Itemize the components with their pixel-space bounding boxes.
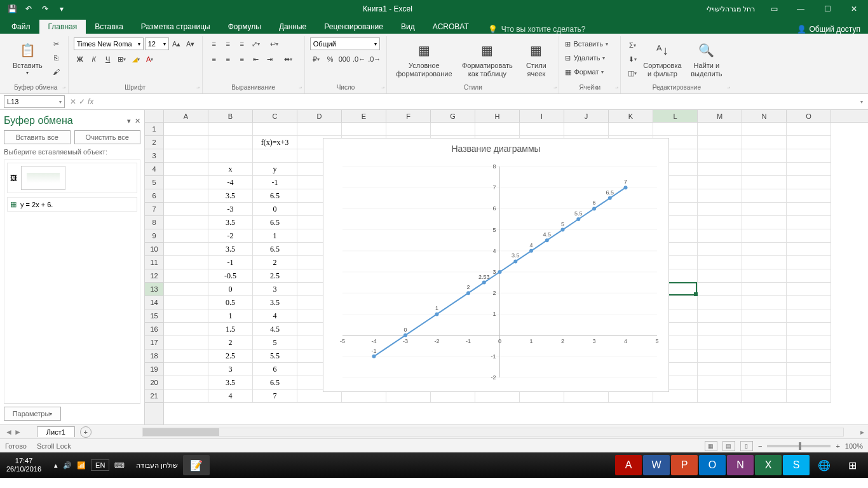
row-header[interactable]: 1 — [145, 123, 163, 136]
cell[interactable] — [742, 336, 787, 349]
cell[interactable] — [208, 149, 253, 163]
column-header[interactable]: E — [342, 110, 386, 122]
cell[interactable] — [787, 203, 831, 216]
cell[interactable] — [431, 123, 475, 136]
decrease-decimal-icon[interactable]: .0→ — [367, 53, 381, 65]
cell[interactable] — [742, 309, 787, 323]
cell[interactable] — [164, 123, 208, 136]
bold-icon[interactable]: Ж — [74, 53, 86, 65]
column-header[interactable]: H — [475, 110, 520, 122]
cell[interactable] — [698, 243, 742, 256]
cell[interactable] — [208, 136, 253, 149]
minimize-icon[interactable]: — — [788, 0, 813, 18]
normal-view-icon[interactable]: ▦ — [705, 441, 717, 451]
cell[interactable] — [742, 176, 787, 189]
cell[interactable] — [742, 349, 787, 363]
cell[interactable] — [164, 243, 208, 256]
cell[interactable] — [787, 269, 831, 283]
cell[interactable]: 1 — [253, 229, 297, 243]
cell[interactable] — [164, 189, 208, 203]
taskbar-clock[interactable]: 17:47 26/10/2016 — [0, 457, 48, 473]
cell[interactable] — [742, 363, 787, 376]
cell[interactable] — [253, 149, 297, 163]
network-icon[interactable]: 📶 — [77, 461, 86, 470]
save-icon[interactable]: 💾 — [5, 2, 19, 16]
row-header[interactable]: 11 — [145, 256, 163, 269]
cell[interactable]: 5 — [253, 336, 297, 349]
cell[interactable]: 5.5 — [253, 349, 297, 363]
cell[interactable]: x — [208, 163, 253, 176]
qat-customize-icon[interactable]: ▾ — [55, 2, 69, 16]
cell[interactable] — [698, 296, 742, 309]
cell[interactable]: 4 — [253, 309, 297, 323]
cell[interactable] — [164, 349, 208, 363]
align-middle-icon[interactable]: ≡ — [222, 37, 234, 50]
cell[interactable]: 3.5 — [208, 216, 253, 229]
cell[interactable] — [564, 123, 609, 136]
column-header[interactable]: G — [431, 110, 475, 122]
row-header[interactable]: 20 — [145, 376, 163, 390]
cell[interactable] — [742, 216, 787, 229]
cell[interactable]: 3 — [208, 363, 253, 376]
row-header[interactable]: 2 — [145, 136, 163, 149]
paste-all-button[interactable]: Вставить все — [4, 130, 71, 144]
cell[interactable] — [653, 123, 698, 136]
underline-icon[interactable]: Ч — [102, 53, 114, 65]
tab-home[interactable]: Главная — [39, 20, 86, 34]
sheet-tab[interactable]: Лист1 — [37, 426, 75, 437]
cell[interactable] — [698, 123, 742, 136]
cell[interactable] — [164, 390, 208, 403]
redo-icon[interactable]: ↷ — [38, 2, 52, 16]
cell[interactable]: 3 — [253, 283, 297, 296]
row-header[interactable]: 4 — [145, 163, 163, 176]
row-header[interactable]: 15 — [145, 309, 163, 323]
comma-icon[interactable]: 000 — [338, 53, 351, 65]
cell[interactable] — [698, 256, 742, 269]
autosum-icon[interactable]: Σ — [626, 39, 639, 51]
cell[interactable] — [787, 390, 831, 403]
pane-menu-icon[interactable]: ▾ — [127, 117, 131, 125]
cell[interactable] — [698, 309, 742, 323]
language-indicator[interactable]: EN — [91, 459, 109, 471]
cell[interactable]: 6.5 — [253, 376, 297, 390]
cell[interactable] — [164, 296, 208, 309]
cell[interactable] — [742, 203, 787, 216]
cell[interactable] — [698, 189, 742, 203]
cell[interactable]: -1 — [208, 256, 253, 269]
cell[interactable] — [164, 176, 208, 189]
add-sheet-icon[interactable]: + — [80, 426, 92, 438]
cell[interactable] — [698, 323, 742, 336]
paste-button[interactable]: 📋 Вставить ▾ — [9, 37, 46, 79]
fill-color-icon[interactable]: ◢ — [130, 53, 142, 65]
clear-icon[interactable]: ◫ — [626, 67, 639, 79]
cell[interactable] — [787, 136, 831, 149]
row-header[interactable]: 8 — [145, 216, 163, 229]
cell[interactable] — [164, 376, 208, 390]
row-header[interactable]: 3 — [145, 149, 163, 163]
increase-decimal-icon[interactable]: .0← — [352, 53, 366, 65]
cell[interactable] — [742, 283, 787, 296]
percent-icon[interactable]: % — [324, 53, 337, 65]
format-cells-button[interactable]: ▦ Формат — [564, 65, 615, 78]
cell[interactable]: 3.5 — [208, 243, 253, 256]
column-header[interactable]: L — [653, 110, 698, 122]
row-header[interactable]: 10 — [145, 243, 163, 256]
column-header[interactable]: I — [520, 110, 564, 122]
zoom-out-icon[interactable]: − — [758, 442, 762, 450]
ribbon-options-icon[interactable]: ▭ — [761, 0, 787, 18]
clipboard-options-button[interactable]: Параметры — [4, 407, 61, 421]
cell[interactable] — [297, 123, 342, 136]
cell[interactable] — [164, 256, 208, 269]
maximize-icon[interactable]: ☐ — [815, 0, 840, 18]
cell[interactable] — [698, 390, 742, 403]
formula-input[interactable] — [98, 95, 855, 108]
row-header[interactable]: 19 — [145, 363, 163, 376]
format-painter-icon[interactable]: 🖌 — [50, 65, 63, 78]
column-header[interactable]: D — [297, 110, 342, 122]
row-header[interactable]: 18 — [145, 349, 163, 363]
enter-formula-icon[interactable]: ✓ — [79, 97, 85, 106]
cell[interactable] — [742, 390, 787, 403]
taskbar-app-notepad[interactable]: 📝 — [183, 455, 210, 475]
cell[interactable]: 1 — [208, 309, 253, 323]
column-header[interactable]: F — [386, 110, 431, 122]
